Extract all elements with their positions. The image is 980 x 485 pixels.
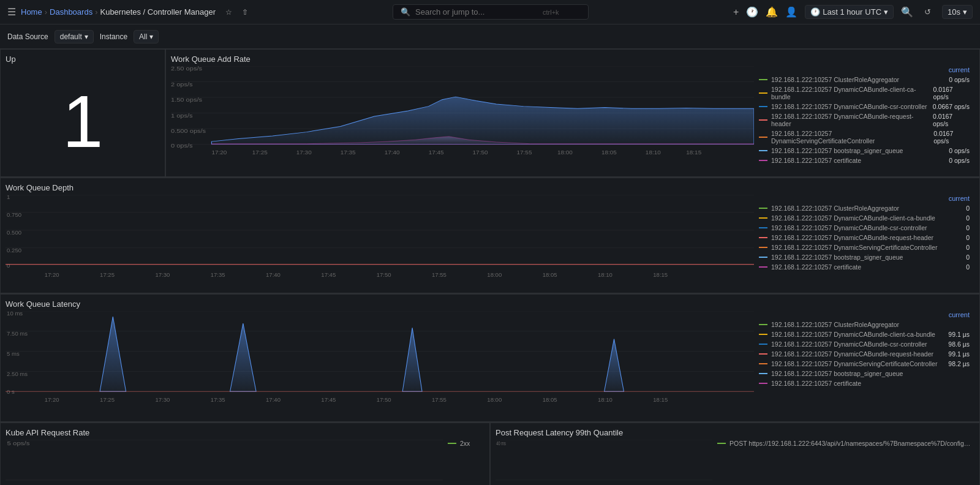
legend-color [759,383,767,384]
legend-color [759,217,767,219]
svg-text:17:40: 17:40 [266,272,281,277]
top-nav: ☰ Home › Dashboards › Kubernetes / Contr… [0,0,980,24]
breadcrumb-sep2: › [95,7,97,17]
datasource-value: default [60,32,82,41]
interval-label: 10s [948,7,960,17]
legend-name: 192.168.1.222:10257 DynamicCABundle-csr-… [771,340,927,348]
work-queue-depth-legend: current 192.168.1.222:10257 ClusterRoleA… [754,195,974,293]
breadcrumb-home[interactable]: Home [21,7,42,17]
star-icon[interactable]: ☆ [225,8,232,17]
search-bar[interactable]: 🔍 ctrl+k [393,4,589,20]
legend-value: 0 [966,205,970,212]
share-icon[interactable]: ⇧ [242,8,248,17]
instance-chevron: ▾ [149,32,153,41]
up-panel: Up 1 [0,49,165,177]
legend-color [759,119,767,121]
legend-value: 0 ops/s [949,147,970,154]
svg-text:1 ops/s: 1 ops/s [171,113,193,119]
kube-api-legend-label: 2xx [460,440,470,447]
legend-item: 192.168.1.222:10257 certificate [759,378,970,388]
legend-item: 192.168.1.222:10257 certificate 0 [759,262,970,272]
search-input[interactable] [415,7,538,17]
legend-value: 0 [966,263,970,271]
svg-text:2.50 ms: 2.50 ms [7,371,28,377]
legend-item: 192.168.1.222:10257 DynamicCABundle-csr-… [759,223,970,233]
svg-text:18:15: 18:15 [653,272,668,277]
legend-color [759,344,767,345]
legend-name: 192.168.1.222:10257 DynamicCABundle-clie… [771,214,935,222]
legend-name: 192.168.1.222:10257 DynamicCABundle-requ… [771,350,933,358]
breadcrumb-current: Kubernetes / Controller Manager [100,7,216,17]
legend-color [759,79,767,80]
zoom-out-icon[interactable]: 🔍 [901,6,913,18]
legend-name: 192.168.1.222:10257 DynamicCABundle-clie… [771,86,933,100]
svg-text:17:35: 17:35 [211,272,225,277]
legend-name: 192.168.1.222:10257 DynamicCABundle-csr-… [771,103,927,110]
legend-color [759,160,767,161]
legend-color [759,247,767,248]
chevron-down-icon: ▾ [884,7,888,17]
legend-name: 192.168.1.222:10257 certificate [771,380,861,387]
legend-color [759,208,767,209]
interval-picker[interactable]: 10s ▾ [942,5,973,19]
svg-text:17:35: 17:35 [341,150,356,156]
menu-icon[interactable]: ☰ [7,6,16,18]
legend-value: 0 [966,214,970,222]
legend-item: 192.168.1.222:10257 DynamicCABundle-requ… [759,233,970,242]
legend-item: 192.168.1.222:10257 DynamicCABundle-clie… [759,85,970,102]
add-panel-btn[interactable]: + [733,7,739,18]
svg-text:17:30: 17:30 [155,272,170,277]
datasource-chevron: ▾ [85,32,88,41]
svg-text:18:00: 18:00 [557,150,573,156]
svg-text:17:55: 17:55 [432,272,447,277]
legend-name: 192.168.1.222:10257 bootstrap_signer_que… [771,370,903,377]
nav-right: + 🕐 🔔 👤 🕐 Last 1 hour UTC ▾ 🔍 ↺ 10s ▾ [733,5,973,19]
work-queue-latency-title: Work Queue Latency [6,299,974,309]
work-queue-add-rate-panel: Work Queue Add Rate 2.50 ops/s 2 ops/s [165,49,980,177]
legend-color [759,324,767,325]
instance-select[interactable]: All ▾ [134,30,159,43]
svg-text:18:10: 18:10 [598,272,612,277]
svg-text:17:45: 17:45 [429,150,444,156]
breadcrumb-dashboards[interactable]: Dashboards [50,7,92,17]
time-range-picker[interactable]: 🕐 Last 1 hour UTC ▾ [805,5,894,19]
work-queue-depth-title: Work Queue Depth [6,183,974,192]
svg-text:0.500: 0.500 [7,230,21,236]
post-request-title: Post Request Latency 99th Quantile [496,428,974,437]
instance-label: Instance [100,32,127,41]
legend-name: 192.168.1.222:10257 DynamicCABundle-clie… [771,331,935,338]
up-value: 1 [62,85,104,158]
svg-text:18:00: 18:00 [487,272,502,277]
kube-api-legend-color [448,443,456,444]
legend-name: 192.168.1.222:10257 bootstrap_signer_que… [771,147,903,154]
nav-left: ☰ Home › Dashboards › Kubernetes / Contr… [7,6,248,18]
legend-name: 192.168.1.222:10257 DynamicCABundle-requ… [771,234,933,241]
refresh-btn[interactable]: ↺ [921,5,935,19]
svg-text:7.50 ms: 7.50 ms [7,331,28,337]
breadcrumb-sep1: › [45,7,47,17]
kube-api-request-rate-panel: Kube API Request Rate 5 ops/s 2xx [0,423,490,485]
post-req-legend: POST https://192.168.1.222:6443/api/v1/n… [717,440,974,447]
svg-text:17:20: 17:20 [45,397,59,402]
svg-text:18:05: 18:05 [543,272,557,277]
legend-item: 192.168.1.222:10257 bootstrap_signer_que… [759,252,970,262]
post-req-legend-label: POST https://192.168.1.222:6443/api/v1/n… [729,440,974,447]
legend-value: 0.0167 ops/s [933,86,970,100]
svg-text:17:50: 17:50 [473,150,488,156]
clock-icon: 🕐 [746,6,758,18]
legend-color [759,227,767,228]
svg-text:18:10: 18:10 [598,397,612,402]
legend-item: 192.168.1.222:10257 ClusterRoleAggregato… [759,203,970,213]
svg-text:17:30: 17:30 [296,150,312,156]
legend-item: 192.168.1.222:10257 ClusterRoleAggregato… [759,320,970,329]
svg-text:0 s: 0 s [7,389,15,395]
filter-bar: Data Source default ▾ Instance All ▾ [0,24,980,49]
svg-text:17:45: 17:45 [321,272,336,277]
legend-item: 192.168.1.222:10257 DynamicCABundle-csr-… [759,339,970,349]
datasource-select[interactable]: default ▾ [55,30,94,43]
legend-name: 192.168.1.222:10257 ClusterRoleAggregato… [771,205,899,212]
svg-text:17:25: 17:25 [100,272,115,277]
bell-icon: 🔔 [766,6,778,18]
work-queue-add-rate-legend: current 192.168.1.222:10257 ClusterRoleA… [754,66,974,177]
legend-item: 192.168.1.222:10257 DynamicServingCertif… [759,359,970,369]
